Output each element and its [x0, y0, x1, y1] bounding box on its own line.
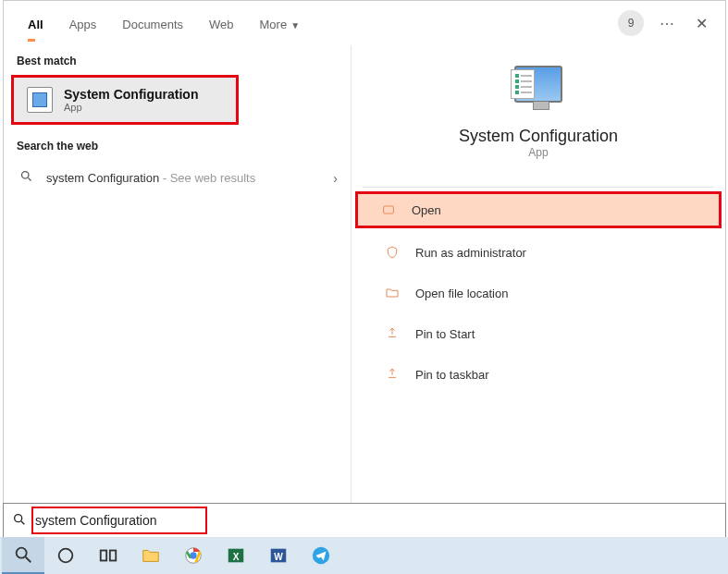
more-options-button[interactable]: ⋯ [653, 15, 683, 32]
chevron-down-icon: ▼ [290, 20, 300, 31]
taskbar-telegram-icon[interactable] [300, 537, 342, 574]
best-match-title: System Configuration [64, 87, 198, 102]
taskbar-file-explorer-icon[interactable] [130, 537, 172, 574]
open-icon [380, 202, 397, 218]
tab-documents[interactable]: Documents [109, 6, 196, 41]
svg-rect-2 [384, 206, 394, 214]
action-open[interactable]: Open [355, 191, 722, 228]
start-search-panel: All Apps Documents Web More▼ 9 ⋯ ✕ Best … [3, 0, 726, 538]
search-icon [17, 169, 35, 187]
tab-apps[interactable]: Apps [56, 6, 110, 41]
folder-icon [384, 285, 401, 301]
detail-subtitle: App [528, 146, 548, 159]
best-match-label: Best match [4, 45, 351, 75]
web-result-text: system Configuration - See web results [46, 171, 322, 185]
taskbar-cortana-button[interactable] [44, 537, 87, 574]
close-button[interactable]: ✕ [683, 15, 720, 32]
svg-text:X: X [233, 552, 240, 562]
detail-title: System Configuration [459, 127, 618, 146]
taskbar-excel-icon[interactable]: X [215, 537, 257, 574]
system-configuration-icon [27, 87, 53, 113]
web-result[interactable]: system Configuration - See web results › [4, 160, 351, 196]
divider [363, 187, 714, 188]
tab-web[interactable]: Web [196, 6, 247, 41]
taskbar-chrome-icon[interactable] [172, 537, 215, 574]
svg-line-6 [26, 557, 31, 563]
taskbar: X W [0, 537, 728, 574]
svg-line-1 [28, 177, 31, 180]
best-match-subtitle: App [64, 102, 198, 113]
search-input[interactable] [35, 513, 725, 528]
search-body: Best match System Configuration App Sear… [4, 45, 725, 537]
svg-point-3 [15, 514, 22, 521]
tab-more[interactable]: More▼ [247, 6, 314, 41]
action-open-file-location[interactable]: Open file location [363, 273, 714, 313]
svg-point-7 [59, 549, 73, 563]
shield-icon [384, 244, 401, 261]
taskbar-word-icon[interactable]: W [257, 537, 300, 574]
taskbar-task-view-button[interactable] [87, 537, 130, 574]
search-input-row [3, 503, 726, 538]
system-configuration-large-icon [509, 66, 568, 117]
action-pin-to-start[interactable]: Pin to Start [363, 313, 714, 354]
svg-point-5 [17, 548, 27, 558]
results-column: Best match System Configuration App Sear… [4, 45, 351, 537]
svg-rect-9 [110, 551, 116, 561]
search-tabs: All Apps Documents Web More▼ 9 ⋯ ✕ [4, 1, 725, 45]
action-pin-to-taskbar[interactable]: Pin to taskbar [363, 354, 714, 395]
detail-column: System Configuration App Open Run as adm… [351, 45, 725, 537]
pin-icon [384, 366, 401, 383]
search-icon [4, 512, 35, 530]
tab-all[interactable]: All [15, 6, 56, 41]
action-run-as-administrator[interactable]: Run as administrator [363, 232, 714, 273]
taskbar-search-button[interactable] [2, 537, 44, 574]
chevron-right-icon: › [333, 171, 338, 186]
best-match-result[interactable]: System Configuration App [11, 75, 239, 125]
svg-rect-8 [101, 551, 106, 561]
svg-point-0 [21, 172, 29, 179]
search-web-label: Search the web [4, 130, 351, 160]
svg-text:W: W [274, 552, 283, 562]
pin-icon [384, 325, 401, 342]
notification-badge[interactable]: 9 [618, 10, 644, 36]
svg-line-4 [21, 521, 24, 524]
